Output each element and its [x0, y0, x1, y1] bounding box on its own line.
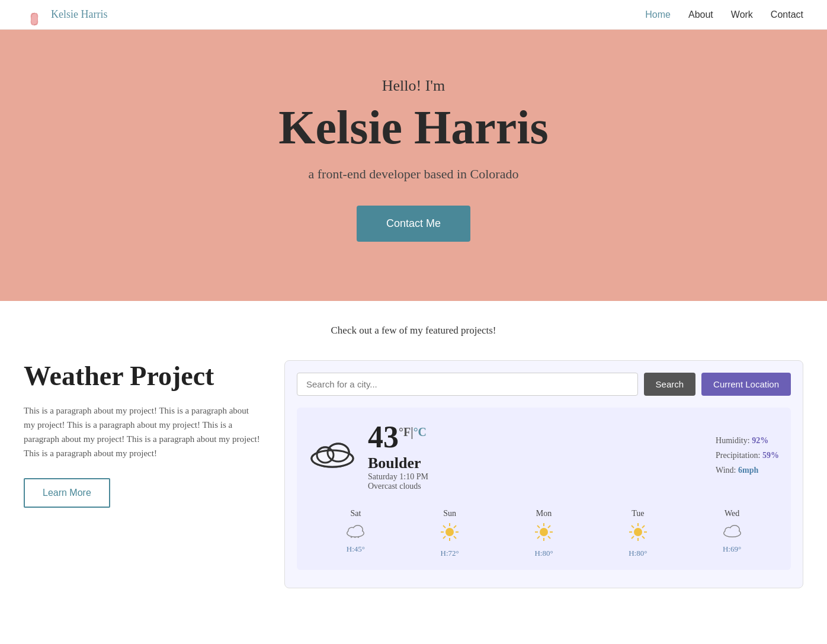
weather-search-row: Search Current Location	[297, 373, 791, 396]
hero-subtitle: a front-end developer based in Colorado	[24, 166, 803, 182]
svg-line-28	[443, 526, 445, 528]
svg-line-47	[642, 536, 645, 539]
forecast-wed: Wed H:69°	[722, 509, 742, 558]
svg-point-23	[445, 528, 454, 536]
weather-location-button[interactable]: Current Location	[701, 373, 791, 396]
svg-line-29	[454, 536, 456, 539]
weather-widget: Search Current Location	[284, 360, 803, 588]
forecast-tue-icon	[628, 522, 648, 546]
weather-city: Boulder	[368, 454, 704, 472]
nav-link-contact[interactable]: Contact	[771, 9, 803, 20]
weather-current: 43 °F | °C Boulder Saturday 1:10 PM Over…	[309, 419, 779, 491]
nav-logo-text: Kelsie Harris	[51, 8, 107, 21]
svg-line-37	[537, 526, 540, 528]
nav-link-work[interactable]: Work	[731, 9, 753, 20]
svg-line-46	[632, 526, 634, 528]
weather-temp-info: 43 °F | °C Boulder Saturday 1:10 PM Over…	[368, 419, 704, 491]
contact-me-button[interactable]: Contact Me	[357, 206, 470, 242]
weather-date: Saturday 1:10 PM	[368, 472, 704, 482]
forecast-sat: Sat	[345, 509, 366, 558]
lotus-icon	[24, 4, 45, 25]
forecast-sat-icon	[345, 522, 366, 542]
svg-point-32	[540, 528, 548, 536]
svg-line-30	[454, 526, 456, 528]
svg-line-39	[548, 526, 550, 528]
hero-section: Hello! I'm Kelsie Harris a front-end dev…	[0, 30, 827, 301]
svg-point-41	[634, 528, 642, 536]
nav-logo: Kelsie Harris	[24, 4, 107, 25]
project-section: Weather Project This is a paragraph abou…	[0, 348, 827, 624]
forecast-row: Sat	[309, 503, 779, 558]
learn-more-button[interactable]: Learn More	[24, 478, 110, 508]
forecast-tue: Tue H:8	[628, 509, 648, 558]
celsius-toggle[interactable]: °C	[414, 425, 427, 439]
svg-point-55	[730, 526, 739, 534]
hero-greeting: Hello! I'm	[24, 77, 803, 95]
forecast-mon: Mon H:8	[534, 509, 554, 558]
hero-name: Kelsie Harris	[24, 101, 803, 155]
project-title: Weather Project	[24, 360, 261, 392]
navbar: Kelsie Harris Home About Work Contact	[0, 0, 827, 30]
weather-description: Overcast clouds	[368, 482, 704, 491]
weather-cloud-icon	[309, 432, 356, 479]
forecast-sun: Sun H:7	[440, 509, 460, 558]
weather-details: Humidity: 92% Precipitation: 59% Wind: 6…	[716, 433, 779, 478]
forecast-mon-icon	[534, 522, 554, 546]
forecast-sun-icon	[440, 522, 460, 546]
svg-line-31	[443, 536, 445, 539]
svg-line-48	[642, 526, 645, 528]
weather-search-input[interactable]	[297, 373, 638, 396]
svg-line-40	[537, 536, 540, 539]
wind-row: Wind: 6mph	[716, 463, 779, 478]
featured-text: Check out a few of my featured projects!	[0, 301, 827, 348]
weather-search-button[interactable]: Search	[644, 373, 696, 396]
weather-main-display: 43 °F | °C Boulder Saturday 1:10 PM Over…	[297, 408, 791, 570]
nav-link-about[interactable]: About	[688, 9, 713, 20]
humidity-row: Humidity: 92%	[716, 433, 779, 448]
forecast-wed-icon	[722, 522, 742, 542]
weather-temperature: 43 °F | °C	[368, 419, 704, 454]
svg-line-49	[632, 536, 634, 539]
svg-line-38	[548, 536, 550, 539]
project-description: This is a paragraph about my project! Th…	[24, 403, 261, 460]
nav-link-home[interactable]: Home	[645, 9, 671, 20]
project-info: Weather Project This is a paragraph abou…	[24, 360, 261, 508]
precipitation-row: Precipitation: 59%	[716, 448, 779, 463]
nav-links: Home About Work Contact	[645, 9, 803, 20]
svg-point-19	[354, 526, 363, 534]
